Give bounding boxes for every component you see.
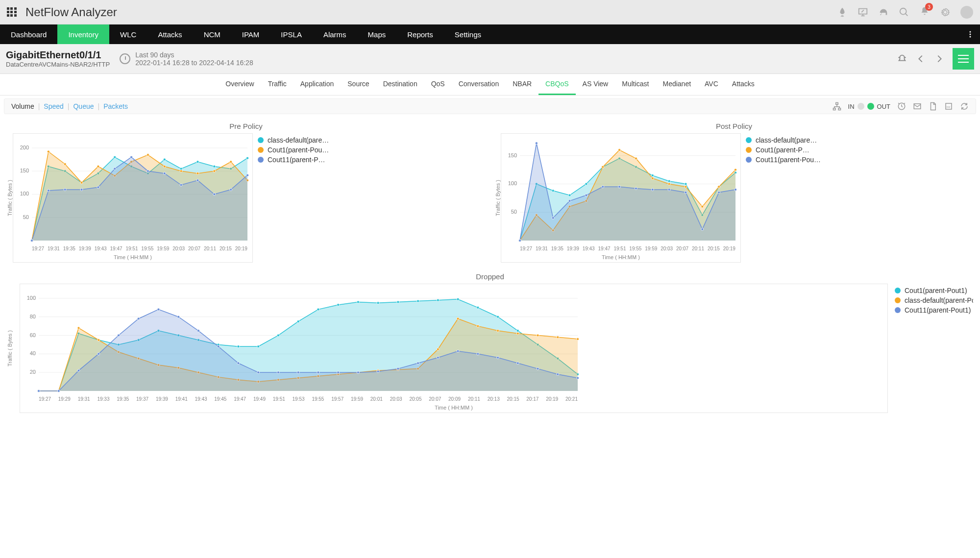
svg-point-192 <box>377 370 379 373</box>
tab-cbqos[interactable]: CBQoS <box>539 74 575 95</box>
nav-settings[interactable]: Settings <box>444 24 492 44</box>
svg-rect-4 <box>835 103 838 105</box>
legend-label: Cout11(parent-P… <box>268 156 325 164</box>
tab-as-view[interactable]: AS View <box>576 74 615 95</box>
svg-point-188 <box>297 371 299 374</box>
search-icon[interactable] <box>899 7 909 18</box>
dropped-plot[interactable]: 20406080100 <box>22 286 581 394</box>
svg-point-185 <box>237 362 240 364</box>
rocket-icon[interactable] <box>837 7 848 18</box>
legend-item[interactable]: class-default(pare… <box>258 136 329 144</box>
svg-point-44 <box>213 170 216 172</box>
svg-point-76 <box>668 180 670 182</box>
svg-point-168 <box>457 317 459 320</box>
headset-icon[interactable] <box>878 7 889 18</box>
legend-item[interactable]: Cout11(parent-Pou… <box>746 156 821 164</box>
filter-packets[interactable]: Packets <box>103 102 128 110</box>
svg-text:20: 20 <box>30 369 36 375</box>
svg-point-137 <box>397 301 399 303</box>
legend-item[interactable]: Cout11(parent-P… <box>258 156 329 164</box>
overflow-menu-icon[interactable] <box>960 24 980 44</box>
legend-item[interactable]: Cout1(parent-P… <box>746 146 821 154</box>
legend-item[interactable]: class-default(pare… <box>746 136 821 144</box>
svg-point-59 <box>230 189 232 191</box>
svg-point-169 <box>477 325 479 327</box>
time-range-label[interactable]: Last 90 days <box>135 51 253 59</box>
pdf-export-icon[interactable] <box>929 102 937 111</box>
tab-avc[interactable]: AVC <box>698 74 725 95</box>
refresh-icon[interactable] <box>960 102 969 111</box>
tab-nbar[interactable]: NBAR <box>506 74 539 95</box>
out-label: OUT <box>877 103 890 110</box>
legend-item[interactable]: Cout1(parent-Pout1) <box>895 287 973 294</box>
tab-multicast[interactable]: Multicast <box>615 74 656 95</box>
pre-policy-plot[interactable]: 50100150200 <box>15 136 250 243</box>
filter-speed[interactable]: Speed <box>44 102 63 110</box>
post-policy-plot[interactable]: 50100150 <box>503 136 738 243</box>
tab-overview[interactable]: Overview <box>219 74 261 95</box>
svg-text:50: 50 <box>511 209 517 215</box>
nav-dashboard[interactable]: Dashboard <box>0 24 57 44</box>
post-policy-legend: class-default(pare…Cout1(parent-P…Cout11… <box>746 133 821 263</box>
tab-conversation[interactable]: Conversation <box>452 74 506 95</box>
nav-inventory[interactable]: Inventory <box>57 24 109 44</box>
nav-attacks[interactable]: Attacks <box>147 24 193 44</box>
svg-point-34 <box>47 150 49 153</box>
next-button[interactable] <box>934 53 945 64</box>
legend-label: class-default(pare… <box>756 136 817 144</box>
tab-source[interactable]: Source <box>341 74 376 95</box>
svg-point-45 <box>230 161 232 163</box>
svg-point-89 <box>651 177 654 179</box>
svg-point-194 <box>417 362 419 364</box>
tab-application[interactable]: Application <box>294 74 341 95</box>
svg-point-136 <box>377 302 379 304</box>
nav-maps[interactable]: Maps <box>357 24 397 44</box>
apps-launcher-icon[interactable] <box>7 7 17 17</box>
legend-item[interactable]: Cout11(parent-Pout1) <box>895 306 973 314</box>
charts-row: Pre Policy Traffic ( Bytes ) 50100150200… <box>0 117 980 267</box>
presentation-icon[interactable] <box>858 7 868 18</box>
nav-ncm[interactable]: NCM <box>193 24 231 44</box>
alert-icon[interactable] <box>897 53 907 64</box>
svg-point-132 <box>297 320 299 323</box>
svg-point-0 <box>900 8 906 14</box>
svg-point-92 <box>701 205 704 208</box>
svg-point-91 <box>685 186 687 188</box>
svg-point-56 <box>180 184 182 186</box>
notifications-button[interactable]: 3 <box>919 6 930 18</box>
tab-qos[interactable]: QoS <box>424 74 452 95</box>
filter-volume[interactable]: Volume <box>11 102 34 110</box>
interface-path: DataCentreAVCMains-NBAR2/HTTP <box>6 61 110 68</box>
svg-point-28 <box>180 168 182 170</box>
panel-menu-button[interactable] <box>953 48 974 70</box>
direction-toggle[interactable]: IN OUT <box>848 103 890 110</box>
tab-attacks[interactable]: Attacks <box>725 74 761 95</box>
legend-item[interactable]: class-default(parent-Pout1) <box>895 296 973 304</box>
nav-reports[interactable]: Reports <box>396 24 444 44</box>
legend-item[interactable]: Cout1(parent-Pou… <box>258 146 329 154</box>
svg-point-42 <box>180 170 182 172</box>
svg-point-173 <box>557 336 559 339</box>
mail-icon[interactable] <box>913 102 922 111</box>
svg-point-183 <box>197 330 199 332</box>
nav-ipsla[interactable]: IPSLA <box>270 24 313 44</box>
nav-ipam[interactable]: IPAM <box>231 24 270 44</box>
hierarchy-icon[interactable] <box>833 102 841 111</box>
svg-rect-6 <box>838 108 841 110</box>
gear-icon[interactable] <box>940 7 951 18</box>
y-axis-label: Traffic ( Bytes ) <box>7 133 13 263</box>
nav-wlc[interactable]: WLC <box>109 24 147 44</box>
user-avatar[interactable] <box>960 6 973 19</box>
schedule-icon[interactable] <box>897 102 906 111</box>
csv-export-icon[interactable]: csv <box>944 102 953 111</box>
svg-text:150: 150 <box>20 168 29 173</box>
svg-point-50 <box>80 189 83 191</box>
tab-traffic[interactable]: Traffic <box>261 74 294 95</box>
filter-queue[interactable]: Queue <box>73 102 94 110</box>
tab-medianet[interactable]: Medianet <box>656 74 698 95</box>
tab-destination[interactable]: Destination <box>376 74 424 95</box>
clock-icon <box>120 53 130 64</box>
pre-policy-legend: class-default(pare…Cout1(parent-Pou…Cout… <box>258 133 329 263</box>
previous-button[interactable] <box>915 53 926 64</box>
nav-alarms[interactable]: Alarms <box>313 24 357 44</box>
